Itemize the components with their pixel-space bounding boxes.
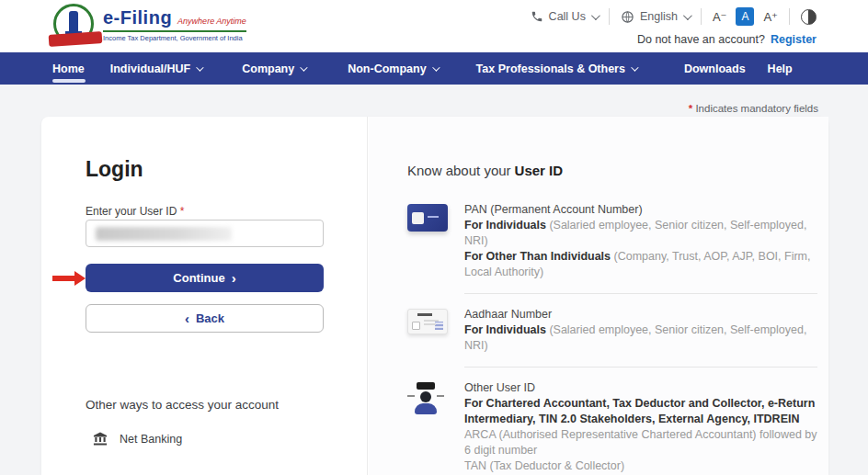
list-item-other-user-id: Other User ID For Chartered Accountant, … <box>407 380 817 474</box>
chevron-down-icon <box>683 11 692 20</box>
login-title: Login <box>86 157 143 182</box>
chevron-down-icon <box>300 63 307 71</box>
call-us-label: Call Us <box>549 10 586 23</box>
list-item-pan: PAN (Permanent Account Number) For Indiv… <box>407 202 817 280</box>
nav-help[interactable]: Help <box>768 52 793 85</box>
know-title: Know about yourUser ID <box>407 163 817 178</box>
registered-user-icon <box>407 382 444 419</box>
chevron-left-icon: ‹ <box>185 311 189 326</box>
net-banking-label: Net Banking <box>120 433 182 446</box>
top-header: e-Filing Anywhere Anytime Income Tax Dep… <box>0 0 868 52</box>
account-prompt: Do not have an account? <box>637 33 765 46</box>
back-button[interactable]: ‹ Back <box>86 304 324 333</box>
language-label: English <box>640 10 678 23</box>
aadhaar-card-icon <box>407 309 448 334</box>
net-banking-option[interactable]: Net Banking <box>92 431 182 447</box>
chevron-down-icon <box>591 11 600 20</box>
redacted-user-id <box>96 227 232 241</box>
know-panel: Know about yourUser ID PAN (Permanent Ac… <box>369 117 828 475</box>
govt-emblem-icon <box>53 4 94 44</box>
login-card: Login Enter your User ID * Continue › ‹ … <box>41 117 828 475</box>
other-ways-heading: Other ways to access your account <box>86 398 279 412</box>
nav-company[interactable]: Company <box>242 52 305 85</box>
login-panel: Login Enter your User ID * Continue › ‹ … <box>41 117 368 475</box>
main-nav: Home Individual/HUF Company Non-Company … <box>0 52 868 85</box>
brand-tagline: Anywhere Anytime <box>177 17 246 26</box>
divider <box>464 293 817 294</box>
nav-non-company[interactable]: Non-Company <box>348 52 437 85</box>
pan-card-icon <box>407 204 448 232</box>
chevron-down-icon <box>631 63 638 71</box>
nav-tax-professionals[interactable]: Tax Professionals & Others <box>476 52 636 85</box>
chevron-down-icon <box>432 63 440 71</box>
divider <box>464 367 817 368</box>
red-arrow-annotation <box>52 271 86 286</box>
chevron-down-icon <box>196 63 203 71</box>
bank-icon <box>92 431 108 447</box>
phone-icon <box>531 10 543 23</box>
other-user-id-title: Other User ID <box>464 380 817 396</box>
call-us-menu[interactable]: Call Us <box>531 10 598 23</box>
brand-logo: e-Filing Anywhere Anytime Income Tax Dep… <box>53 4 246 44</box>
list-item-aadhaar: Aadhaar Number For Individuals (Salaried… <box>407 307 817 354</box>
user-id-label: Enter your User ID * <box>86 205 184 218</box>
font-increase-button[interactable]: A⁺ <box>763 10 778 24</box>
language-menu[interactable]: English <box>621 10 690 24</box>
brand-subtitle: Income Tax Department, Government of Ind… <box>103 34 246 42</box>
mandatory-fields-note: * Indicates mandatory fields <box>689 103 818 114</box>
font-normal-button[interactable]: A <box>736 7 754 26</box>
nav-downloads[interactable]: Downloads <box>684 52 746 85</box>
register-link[interactable]: Register <box>771 33 817 46</box>
globe-icon <box>621 10 634 24</box>
pan-title: PAN (Permanent Account Number) <box>464 202 817 218</box>
chevron-right-icon: › <box>232 270 236 286</box>
nav-individual-huf[interactable]: Individual/HUF <box>110 52 202 85</box>
brand-name: e-Filing <box>103 7 172 28</box>
nav-home[interactable]: Home <box>52 52 85 85</box>
font-decrease-button[interactable]: A⁻ <box>713 10 727 24</box>
contrast-toggle-icon[interactable] <box>801 9 817 25</box>
continue-button[interactable]: Continue › <box>86 264 324 292</box>
aadhaar-title: Aadhaar Number <box>464 307 817 322</box>
user-id-input[interactable] <box>86 220 324 247</box>
